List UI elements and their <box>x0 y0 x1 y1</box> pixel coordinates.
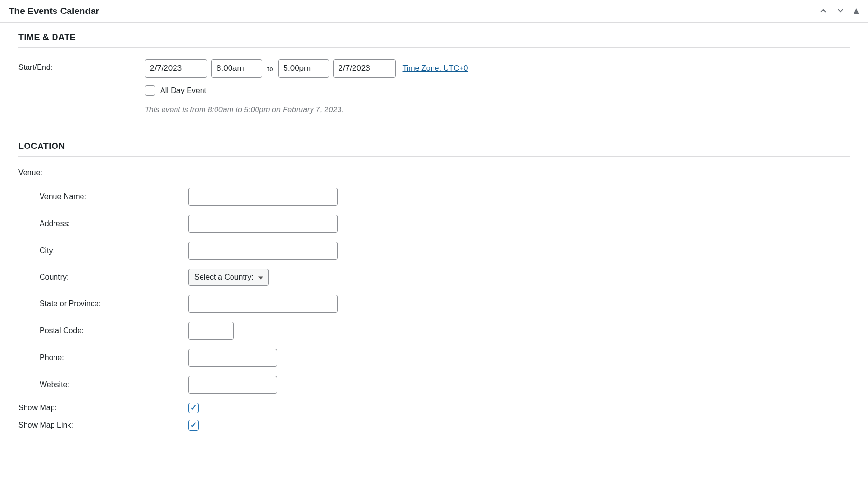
start-end-label: Start/End: <box>18 59 145 72</box>
move-down-icon[interactable] <box>836 6 845 16</box>
end-date-input[interactable] <box>333 59 396 78</box>
to-label: to <box>267 65 273 73</box>
country-selected-text: Select a Country: <box>194 273 254 282</box>
move-up-icon[interactable] <box>819 6 827 16</box>
show-map-label: Show Map: <box>18 404 188 412</box>
country-label: Country: <box>40 273 188 282</box>
venue-name-label: Venue Name: <box>40 192 188 201</box>
all-day-label: All Day Event <box>160 86 206 95</box>
address-label: Address: <box>40 219 188 228</box>
venue-fields: Venue Name: Address: City: Country: Sele… <box>18 188 850 394</box>
postal-label: Postal Code: <box>40 326 188 335</box>
website-row: Website: <box>40 376 850 394</box>
start-date-input[interactable] <box>145 59 207 78</box>
show-map-checkbox[interactable] <box>188 403 199 413</box>
state-input[interactable] <box>188 295 338 313</box>
section-heading-time-date: TIME & DATE <box>18 32 850 48</box>
city-input[interactable] <box>188 242 338 260</box>
country-select[interactable]: Select a Country: <box>188 269 269 286</box>
website-input[interactable] <box>188 376 277 394</box>
phone-label: Phone: <box>40 353 188 362</box>
venue-name-input[interactable] <box>188 188 338 206</box>
start-time-input[interactable] <box>211 59 262 78</box>
postal-input[interactable] <box>188 322 234 340</box>
section-heading-location: LOCATION <box>18 141 850 157</box>
state-label: State or Province: <box>40 299 188 308</box>
end-time-input[interactable] <box>278 59 329 78</box>
city-label: City: <box>40 246 188 255</box>
country-row: Country: Select a Country: <box>40 269 850 286</box>
all-day-checkbox[interactable] <box>145 85 155 96</box>
venue-label: Venue: <box>18 168 850 177</box>
panel-content: TIME & DATE Start/End: to Time Zone: UTC… <box>0 23 868 452</box>
website-label: Website: <box>40 380 188 389</box>
show-map-row: Show Map: <box>18 403 850 413</box>
phone-input[interactable] <box>188 349 277 367</box>
svg-marker-0 <box>854 8 859 14</box>
timezone-link[interactable]: Time Zone: UTC+0 <box>403 64 468 73</box>
panel-title: The Events Calendar <box>9 6 99 16</box>
panel-controls <box>819 6 859 16</box>
address-row: Address: <box>40 215 850 233</box>
city-row: City: <box>40 242 850 260</box>
show-map-link-row: Show Map Link: <box>18 420 850 431</box>
state-row: State or Province: <box>40 295 850 313</box>
start-end-row: Start/End: to Time Zone: UTC+0 All Day E… <box>18 59 850 114</box>
address-input[interactable] <box>188 215 338 233</box>
toggle-panel-icon[interactable] <box>854 7 859 15</box>
event-summary-text: This event is from 8:00am to 5:00pm on F… <box>145 106 850 114</box>
venue-name-row: Venue Name: <box>40 188 850 206</box>
postal-row: Postal Code: <box>40 322 850 340</box>
show-map-link-checkbox[interactable] <box>188 420 199 431</box>
show-map-link-label: Show Map Link: <box>18 421 188 430</box>
panel-header: The Events Calendar <box>0 0 868 23</box>
phone-row: Phone: <box>40 349 850 367</box>
